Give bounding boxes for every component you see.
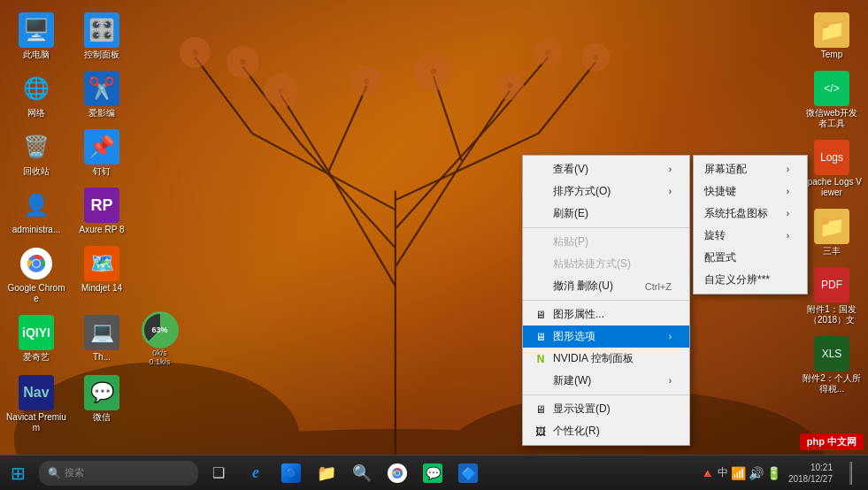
svg-point-27	[495, 72, 524, 100]
admin-icon: 👤	[19, 188, 54, 223]
network-label: 网络	[27, 108, 45, 119]
attachment2-icon: XLS	[814, 336, 849, 371]
desktop-icon-recycle[interactable]: 🗑️ 回收站	[4, 126, 68, 180]
network-icon: 🌐	[19, 71, 54, 106]
desktop-icon-control-panel[interactable]: 🎛️ 控制面板	[70, 9, 134, 64]
cm-undo[interactable]: 撤消 删除(U) Ctrl+Z	[523, 275, 689, 297]
cm-refresh[interactable]: 刷新(E)	[523, 203, 689, 225]
desktop-icon-navicat[interactable]: Nav Navicat Premium	[4, 371, 68, 437]
cm-graphics-props[interactable]: 🖥 图形属性...	[523, 303, 689, 325]
svg-line-4	[300, 143, 396, 249]
desktop-icon-temp[interactable]: 📁 Temp	[800, 9, 864, 64]
attachment2-label: 附件2：个人所得税...	[802, 373, 862, 394]
start-button[interactable]: ⊞	[0, 456, 35, 491]
navicat-icon: Nav	[19, 375, 54, 410]
svg-point-23	[593, 54, 598, 59]
cm-view[interactable]: 查看(V) ›	[523, 158, 689, 180]
svg-point-17	[364, 78, 369, 83]
desktop-icon-wechat[interactable]: 💬 微信	[70, 371, 134, 437]
svg-point-18	[431, 69, 436, 74]
blue-app-icon: 🔵	[281, 463, 301, 483]
taskbar-wechat[interactable]: 💬	[416, 456, 449, 490]
desktop-icon-attachment2[interactable]: XLS 附件2：个人所得税...	[800, 333, 864, 398]
performance-widget: 63% 0k/s 0.1k/s	[135, 311, 184, 366]
show-desktop-button[interactable]	[840, 456, 861, 490]
webdevtools-label: 微信web开发者工具	[802, 108, 862, 129]
iqiyi-icon: iQIYI	[19, 315, 54, 350]
taskbar-search-icon: 🔍	[48, 467, 61, 479]
cm-paste[interactable]: 粘贴(P)	[523, 231, 689, 253]
taskbar-ie[interactable]: e	[239, 456, 273, 490]
cm-personalize[interactable]: 🖼 个性化(R)	[523, 420, 689, 442]
svg-point-16	[278, 88, 283, 93]
desktop-icon-iqiyi[interactable]: iQIYI 爱奇艺	[4, 311, 68, 366]
desktop-icon-dingding[interactable]: 📌 钉钉	[70, 126, 134, 180]
desktop-icon-attachment1[interactable]: PDF 附件1：国发（2018）文	[800, 264, 864, 329]
desktop-icon-axure[interactable]: RP Axure RP 8	[70, 184, 134, 239]
apache-label: Apache Logs Viewer	[802, 177, 862, 198]
control-panel-icon: 🎛️	[84, 12, 119, 48]
taskbar-chrome[interactable]	[380, 456, 414, 490]
desktop-icon-this-pc[interactable]: 🖥️ 此电脑	[4, 9, 68, 64]
desktop-icon-sanfeng[interactable]: 📁 三丰	[800, 205, 864, 260]
sub-tray-icon[interactable]: 系统托盘图标 ›	[694, 203, 807, 225]
desktop-icon-aiyingjian[interactable]: ✂️ 爱影编	[70, 67, 134, 122]
cm-display-settings[interactable]: 🖥 显示设置(D)	[523, 398, 689, 420]
desktop-icon-admin[interactable]: 👤 administra...	[4, 184, 68, 239]
tray-battery[interactable]: 🔋	[766, 466, 781, 480]
taskbar-app7[interactable]: 🔷	[451, 456, 485, 490]
mindjet-icon: 🗺️	[84, 246, 119, 281]
axure-icon: RP	[84, 188, 119, 223]
sub-config[interactable]: 配置式	[694, 247, 807, 269]
svg-point-20	[240, 59, 245, 65]
temp-icon: 📁	[814, 12, 849, 48]
cm-new[interactable]: 新建(W) ›	[523, 370, 689, 392]
tray-input[interactable]: 中	[718, 465, 728, 480]
control-panel-label: 控制面板	[84, 50, 119, 60]
attachment1-icon: PDF	[814, 267, 849, 302]
cm-sort[interactable]: 排序方式(O) ›	[523, 180, 689, 203]
webdevtools-icon: </>	[814, 71, 849, 106]
sub-custom-split[interactable]: 自定义分辨***	[694, 269, 807, 291]
taskbar-app-blue[interactable]: 🔵	[274, 456, 308, 490]
cm-nvidia[interactable]: N NVIDIA 控制面板	[523, 348, 689, 370]
sub-screen-fit[interactable]: 屏幕适配 ›	[694, 158, 807, 180]
svg-line-13	[491, 57, 549, 124]
svg-point-28	[227, 46, 259, 79]
desktop-icon-network[interactable]: 🌐 网络	[4, 67, 68, 122]
submenu: 屏幕适配 › 快捷键 › 系统托盘图标 › 旋转 › 配置式 自定义分辨***	[693, 155, 808, 295]
taskbar-task-view[interactable]: ❑	[202, 456, 235, 490]
desktop-icon-th[interactable]: 💻 Th...	[70, 311, 134, 366]
svg-line-9	[328, 86, 366, 172]
svg-point-29	[534, 39, 561, 65]
windows-logo: ⊞	[11, 463, 26, 484]
taskbar-file-explorer[interactable]: 📁	[310, 456, 343, 490]
svg-point-24	[264, 73, 298, 108]
cm-sep2	[523, 300, 689, 301]
wechat-label: 微信	[93, 412, 111, 423]
taskbar-app-search[interactable]: 🔍	[345, 456, 379, 490]
tray-volume[interactable]: 🔊	[749, 466, 764, 480]
taskbar-clock[interactable]: 10:21 2018/12/27	[785, 462, 836, 485]
svg-line-10	[434, 76, 462, 162]
svg-line-12	[242, 66, 300, 142]
tray-network[interactable]: 📶	[731, 466, 746, 480]
sub-hotkey[interactable]: 快捷键 ›	[694, 180, 807, 203]
tray-arrow[interactable]: 🔺	[700, 466, 715, 480]
desktop-icon-webdevtools[interactable]: </> 微信web开发者工具	[800, 67, 864, 133]
desktop-icon-apache[interactable]: Logs Apache Logs Viewer	[800, 136, 864, 202]
svg-line-2	[328, 172, 395, 286]
cm-paste-shortcut[interactable]: 粘贴快捷方式(S)	[523, 253, 689, 275]
cm-graphics-options[interactable]: 🖥 图形选项 ›	[523, 325, 689, 348]
cm-sep1	[523, 227, 689, 228]
taskbar-search[interactable]: 🔍 搜索	[39, 461, 198, 486]
desktop-icon-mindjet[interactable]: 🗺️ Mindjet 14	[70, 242, 134, 308]
desktop: 🖥️ 此电脑 🎛️ 控制面板 🌐 网络 ✂️ 爱影编 🗑️ 回收站	[0, 0, 868, 490]
this-pc-label: 此电脑	[23, 50, 50, 60]
taskbar-right: 🔺 中 📶 🔊 🔋 10:21 2018/12/27	[700, 456, 868, 490]
svg-point-22	[192, 50, 197, 55]
mindjet-label: Mindjet 14	[81, 283, 122, 294]
desktop-icon-chrome[interactable]: Google Chrome	[4, 242, 68, 308]
taskbar-apps: e 🔵 📁 🔍	[239, 456, 485, 490]
sub-rotate[interactable]: 旋转 ›	[694, 225, 807, 247]
